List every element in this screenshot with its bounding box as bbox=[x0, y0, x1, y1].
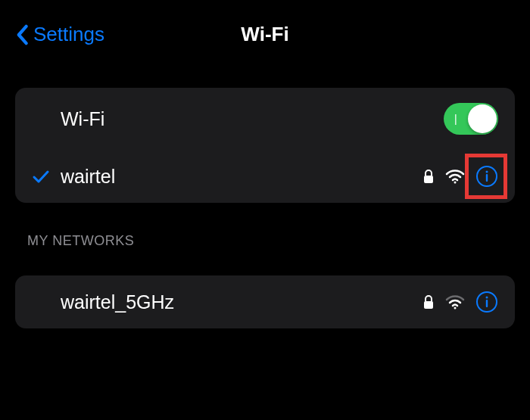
info-icon[interactable] bbox=[475, 291, 498, 313]
wifi-toggle[interactable]: | bbox=[444, 103, 498, 135]
connected-network-name: wairtel bbox=[61, 166, 422, 188]
my-networks-header: My Networks bbox=[27, 233, 515, 249]
wifi-toggle-label: Wi-Fi bbox=[32, 108, 444, 130]
lock-icon bbox=[422, 294, 435, 310]
back-label: Settings bbox=[33, 23, 104, 46]
wifi-toggle-row: Wi-Fi | bbox=[15, 88, 515, 150]
wifi-signal-icon bbox=[445, 294, 465, 310]
svg-point-6 bbox=[454, 307, 457, 310]
svg-rect-9 bbox=[486, 300, 488, 307]
nav-bar: Settings Wi-Fi bbox=[0, 0, 530, 61]
chevron-left-icon bbox=[15, 24, 29, 45]
my-networks-section: wairtel_5GHz bbox=[15, 275, 515, 328]
svg-rect-0 bbox=[424, 176, 433, 183]
network-row[interactable]: wairtel_5GHz bbox=[15, 275, 515, 328]
network-name: wairtel_5GHz bbox=[32, 291, 422, 313]
connected-network-row[interactable]: wairtel bbox=[15, 150, 515, 203]
toggle-on-indicator: | bbox=[454, 113, 457, 125]
info-icon[interactable] bbox=[475, 165, 498, 188]
checkmark-icon bbox=[32, 169, 53, 184]
wifi-main-section: Wi-Fi | wairtel bbox=[15, 88, 515, 203]
toggle-knob bbox=[468, 104, 497, 133]
wifi-signal-icon bbox=[445, 169, 465, 184]
back-button[interactable]: Settings bbox=[15, 23, 104, 46]
page-title: Wi-Fi bbox=[241, 23, 288, 46]
lock-icon bbox=[422, 169, 435, 184]
svg-point-1 bbox=[454, 182, 457, 184]
svg-rect-5 bbox=[424, 301, 433, 309]
svg-point-8 bbox=[486, 297, 488, 299]
svg-rect-4 bbox=[486, 174, 488, 182]
svg-point-3 bbox=[486, 171, 488, 173]
